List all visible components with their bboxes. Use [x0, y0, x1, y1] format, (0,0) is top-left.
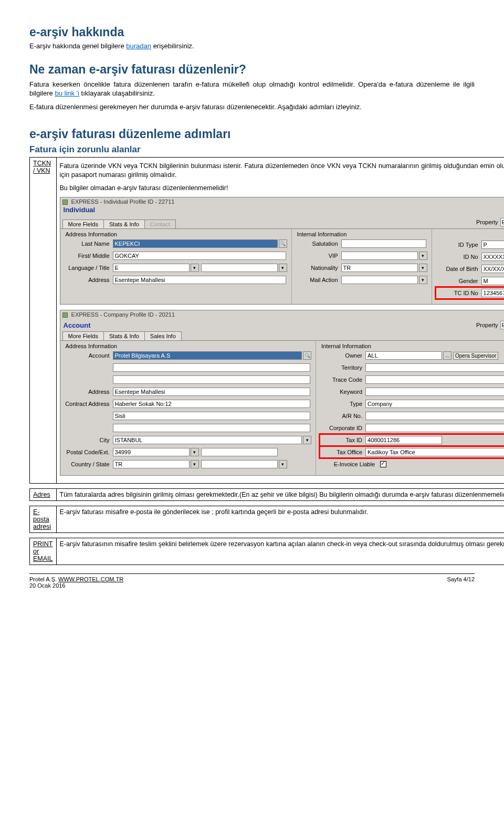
shot2-title: EXPRESS - Company Profile ID - 20211: [71, 311, 175, 318]
country-dropdown-icon[interactable]: ▾: [191, 460, 199, 468]
keyword-field[interactable]: [365, 388, 504, 396]
taxoffice-field[interactable]: [365, 448, 504, 456]
idtype-label: ID Type: [436, 242, 481, 248]
property-field[interactable]: [500, 218, 504, 226]
screenshot-individual: EXPRESS - Individual Profile ID - 22711 …: [60, 197, 504, 305]
taxid-field[interactable]: [365, 436, 442, 444]
first-name-field[interactable]: [113, 252, 286, 260]
vip-label: VIP: [296, 253, 341, 259]
arno-field[interactable]: [365, 412, 504, 420]
shot1-header: Individual: [60, 206, 504, 216]
row-tckn-body2: Bu bilgiler olmadan e-arşiv faturası düz…: [60, 184, 504, 193]
row-adres-body: Tüm faturalarda adres bilgisinin girilmi…: [56, 489, 504, 501]
postal-dropdown-icon[interactable]: ▾: [191, 448, 199, 456]
keyword-label: Keyword: [320, 389, 365, 395]
contract-addr3-field[interactable]: [113, 424, 311, 432]
row-adres-label: Adres: [30, 489, 57, 501]
shot1-property-bar: Property ▾: [177, 216, 504, 229]
contract-addr1-field[interactable]: [113, 400, 311, 408]
row-tckn-body: Fatura üzerinde VKN veya TCKN bilgilerin…: [60, 162, 504, 180]
type-field[interactable]: [365, 400, 504, 408]
idno-field[interactable]: [481, 253, 504, 261]
lookup-icon[interactable]: 🔍: [303, 351, 311, 360]
salutation-label: Salutation: [296, 241, 341, 247]
shot1-title: EXPRESS - Individual Profile ID - 22711: [71, 198, 175, 205]
tab-contact[interactable]: Contact: [144, 220, 176, 228]
row-eposta-label: E-posta adresi: [30, 506, 57, 533]
tcid-field[interactable]: [481, 289, 504, 297]
row-eposta-body: E-arşiv faturası misafire e-posta ile gö…: [56, 506, 504, 533]
title-dropdown-icon[interactable]: ▾: [279, 264, 287, 272]
nationality-field[interactable]: [341, 264, 418, 272]
corpid-field[interactable]: [365, 424, 504, 432]
city-dropdown-icon[interactable]: ▾: [303, 436, 311, 444]
trace-field[interactable]: [365, 375, 504, 384]
state-field[interactable]: [201, 460, 278, 468]
row-tckn-label: TCKN / VKN: [30, 158, 57, 484]
legend-internal-info: Internal Information: [320, 343, 504, 349]
vip-field[interactable]: [341, 252, 418, 260]
tab-sales-info[interactable]: Sales Info: [144, 331, 182, 340]
lang-label: Language / Title: [65, 265, 113, 271]
nationality-label: Nationality: [296, 265, 341, 271]
tab-stats-info[interactable]: Stats & Info: [103, 220, 145, 228]
dob-field[interactable]: [481, 265, 504, 273]
einvoice-checkbox[interactable]: [380, 461, 386, 467]
country-field[interactable]: [113, 460, 190, 468]
gender-field[interactable]: [481, 277, 504, 285]
row-print-email-label: PRINT or EMAIL: [30, 538, 57, 565]
state-dropdown-icon[interactable]: ▾: [279, 460, 287, 468]
tab-stats-info[interactable]: Stats & Info: [103, 331, 145, 340]
mail-dropdown-icon[interactable]: ▾: [419, 276, 427, 284]
postal-ext-field[interactable]: [201, 448, 278, 456]
postal-label: Postal Code/Ext.: [65, 449, 113, 455]
owner-field[interactable]: [365, 351, 442, 360]
shot1-tabs: More Fields Stats & Info Contact: [60, 220, 177, 229]
contract-addr2-field[interactable]: [113, 412, 311, 420]
language-dropdown-icon[interactable]: ▾: [191, 264, 199, 272]
account-field[interactable]: [113, 351, 302, 360]
address-field[interactable]: [113, 276, 286, 284]
last-name-field[interactable]: [113, 239, 278, 248]
buradan-link[interactable]: buradan: [126, 42, 151, 50]
mailaction-field[interactable]: [341, 276, 418, 284]
shot2-property-bar: Property ▾: [94, 319, 504, 331]
bu-link[interactable]: bu link 'i: [55, 89, 79, 97]
property-label: Property: [476, 322, 498, 328]
taxid-label: Tax ID: [320, 437, 365, 443]
idtype-field[interactable]: [481, 241, 504, 249]
language-field[interactable]: [113, 264, 190, 272]
city-label: City: [65, 437, 113, 443]
trace-label: Trace Code: [320, 377, 365, 383]
tab-more-fields[interactable]: More Fields: [62, 220, 104, 228]
property-field[interactable]: [500, 321, 504, 329]
tab-more-fields[interactable]: More Fields: [62, 331, 104, 340]
tcid-label: TC ID No: [436, 290, 481, 296]
account2-field[interactable]: [113, 363, 311, 372]
vip-dropdown-icon[interactable]: ▾: [419, 252, 427, 260]
title-field[interactable]: [201, 264, 278, 272]
owner-dropdown-icon[interactable]: …: [443, 351, 452, 360]
legend-address-info: Address Information: [65, 343, 312, 349]
opera-supervisor-button[interactable]: Opera Supervisor: [453, 352, 498, 360]
footer-link[interactable]: WWW.PROTEL.COM.TR: [58, 576, 123, 582]
last-name-label: Last Name: [65, 241, 113, 247]
footer-page-number: Sayfa 4/12: [447, 576, 475, 589]
addr-field[interactable]: [113, 388, 311, 396]
territory-field[interactable]: [365, 363, 504, 372]
lookup-icon[interactable]: 🔍: [279, 239, 287, 248]
salutation-field[interactable]: [341, 239, 426, 248]
heading-earsiv-hakkinda: e-arşiv hakkında: [29, 25, 475, 39]
city-field[interactable]: [113, 436, 302, 444]
page-footer: Protel A.Ş. WWW.PROTEL.COM.TR 20 Ocak 20…: [29, 573, 475, 589]
p2b: tıklayarak ulaşabilirsiniz.: [81, 89, 155, 97]
account3-field[interactable]: [113, 375, 311, 384]
postal-field[interactable]: [113, 448, 190, 456]
country-label: Country / State: [65, 461, 113, 467]
nat-dropdown-icon[interactable]: ▾: [419, 264, 427, 272]
dob-label: Date of Birth: [436, 266, 481, 272]
intro-paragraph: E-arşiv hakkında genel bilgilere buradan…: [29, 41, 475, 51]
territory-label: Territory: [320, 364, 365, 371]
footer-date: 20 Ocak 2016: [29, 582, 66, 589]
contract-addr-label: Contract Address: [65, 401, 113, 407]
